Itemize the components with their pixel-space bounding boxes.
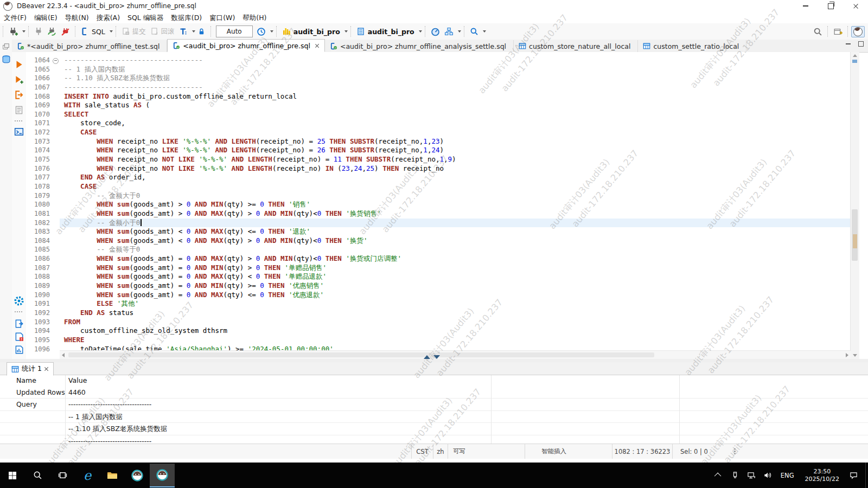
menu-item-1[interactable]: 编辑(E) [30, 12, 61, 23]
vertical-scrollbar[interactable] [850, 52, 859, 359]
maximize-view-icon[interactable] [858, 41, 864, 47]
editor-tab-4[interactable]: custom_settle_ratio_local [638, 40, 746, 52]
output-view-icon[interactable] [14, 319, 24, 329]
editor-tab-0[interactable]: *<audit_bi_pro> zhumr_offline_test.sql [12, 40, 167, 52]
sql-console-button[interactable] [14, 127, 24, 137]
chevron-down-icon[interactable] [458, 30, 461, 33]
scrollbar-thumb[interactable] [68, 352, 654, 357]
reconnect-button[interactable] [46, 25, 58, 38]
menu-item-0[interactable]: 文件(F) [0, 12, 30, 23]
input-language-button[interactable]: ENG [777, 472, 797, 479]
menu-item-6[interactable]: 窗口(W) [206, 12, 239, 23]
execute-script-button[interactable] [14, 90, 24, 100]
maximize-button[interactable] [818, 0, 843, 12]
menu-item-4[interactable]: SQL 编辑器 [124, 12, 167, 23]
statistics-tab[interactable]: 统计 1 [7, 362, 54, 376]
minimize-button[interactable] [793, 0, 818, 12]
action-center-button[interactable] [847, 467, 860, 484]
status-locale[interactable]: zh [433, 444, 448, 459]
horizontal-scrollbar[interactable] [60, 350, 851, 359]
table-row[interactable]: -- 1 插入国内数据 [0, 411, 868, 423]
table-row[interactable]: -- 1.10 插入SBZ老系统换货数据 [0, 423, 868, 435]
dbeaver-taskbar-button-active[interactable] [150, 464, 175, 487]
status-selection[interactable]: Sel: 0 | 0 [672, 444, 726, 459]
tray-network-button[interactable] [745, 467, 758, 484]
chevron-down-icon[interactable] [270, 30, 273, 33]
show-desktop-button[interactable] [865, 463, 868, 488]
status-timezone[interactable]: CST [411, 444, 433, 459]
commit-mode-select[interactable]: Auto [216, 25, 253, 37]
scroll-right-arrow[interactable] [846, 353, 848, 357]
chevron-down-icon[interactable] [22, 30, 25, 33]
menu-item-7[interactable]: 帮助(H) [239, 12, 270, 23]
scroll-left-arrow[interactable] [62, 353, 65, 357]
editor-tab-2[interactable]: <audit_bi_pro> zhumr_offline_analysis_se… [325, 40, 514, 52]
column-divider[interactable] [65, 375, 66, 444]
tray-volume-button[interactable] [761, 467, 774, 484]
chevron-down-icon[interactable] [110, 30, 113, 33]
transaction-mode-button[interactable] [177, 25, 189, 38]
settings-gear-icon[interactable] [14, 296, 24, 306]
tray-usb-button[interactable] [729, 467, 742, 484]
editor-panel-sash[interactable] [0, 359, 868, 362]
schema-select[interactable]: audit_bi_pro [355, 25, 416, 38]
table-row[interactable]: Query---------------------------------- [0, 399, 868, 410]
status-overflow-dots[interactable] [734, 444, 736, 459]
chevron-down-icon[interactable] [344, 30, 348, 33]
explain-plan-button[interactable] [14, 105, 24, 115]
connect-button[interactable] [33, 25, 44, 38]
database-select[interactable]: audit_bi_pro [280, 25, 342, 38]
chevron-down-icon[interactable] [483, 30, 486, 33]
dashboard-button[interactable] [429, 25, 442, 38]
new-connection-button[interactable] [7, 25, 20, 38]
status-insert-mode[interactable]: 智能插入 [525, 444, 612, 459]
maximize-panel-arrow-icon[interactable] [424, 355, 430, 359]
transaction-history-button[interactable] [255, 25, 267, 38]
problems-view-icon[interactable] [14, 332, 24, 342]
status-caret-position[interactable]: 1082 : 17 : 36223 [612, 444, 672, 459]
file-explorer-button[interactable] [100, 464, 125, 487]
database-navigator-icon[interactable] [2, 55, 11, 64]
internet-explorer-button[interactable]: e [75, 464, 100, 487]
compare-button[interactable] [443, 25, 455, 38]
dbeaver-taskbar-button[interactable] [125, 464, 150, 487]
minimize-panel-arrow-icon[interactable] [433, 355, 440, 359]
search-button[interactable] [468, 25, 480, 38]
tray-expand-button[interactable] [712, 467, 725, 484]
taskbar-clock[interactable]: 23:50 2025/10/22 [801, 468, 844, 483]
dbeaver-perspective-button[interactable] [851, 26, 865, 37]
execute-new-tab-button[interactable] [14, 75, 24, 85]
open-perspective-button[interactable] [832, 25, 844, 38]
start-button[interactable] [0, 464, 25, 487]
close-button[interactable] [843, 0, 868, 12]
restore-panel-icon[interactable] [2, 43, 10, 50]
column-header-name[interactable]: Name [16, 376, 36, 384]
execute-statement-button[interactable] [14, 60, 24, 69]
lock-button[interactable] [196, 25, 207, 38]
disconnect-button[interactable] [59, 25, 72, 38]
menu-item-3[interactable]: 搜索(A) [93, 12, 124, 23]
scroll-down-arrow[interactable] [853, 354, 857, 357]
chevron-down-icon[interactable] [192, 30, 195, 33]
minimize-view-icon[interactable] [846, 43, 851, 44]
rollback-button[interactable]: 回滚 [149, 25, 176, 38]
commit-button[interactable]: 提交 [120, 25, 148, 38]
fold-collapse-icon[interactable] [53, 58, 59, 64]
quick-search-button[interactable] [812, 25, 824, 38]
close-icon[interactable] [315, 43, 320, 48]
statistics-view-icon[interactable] [14, 345, 24, 355]
editor-tab-1[interactable]: <audit_bi_pro> zhumr_offline_pre.sql [167, 39, 325, 52]
menu-item-2[interactable]: 导航(N) [61, 12, 93, 23]
menu-item-5[interactable]: 数据库(D) [167, 12, 206, 23]
close-icon[interactable] [44, 367, 49, 371]
sql-code-editor[interactable]: 1064106510661067106810691070107110721073… [26, 52, 859, 359]
task-view-button[interactable] [50, 464, 75, 487]
editor-tab-3[interactable]: custom_store_nature_all_local [514, 40, 638, 52]
table-row[interactable]: Updated Rows4460 [0, 387, 868, 399]
scroll-up-arrow[interactable] [853, 54, 857, 57]
chevron-down-icon[interactable] [419, 30, 422, 33]
sql-editor-button[interactable]: SQL [79, 25, 107, 38]
taskbar-search-button[interactable] [25, 464, 50, 487]
status-write-mode[interactable]: 可写 [448, 444, 525, 459]
code-area[interactable]: ------------------------------------ 1 插… [60, 56, 851, 354]
